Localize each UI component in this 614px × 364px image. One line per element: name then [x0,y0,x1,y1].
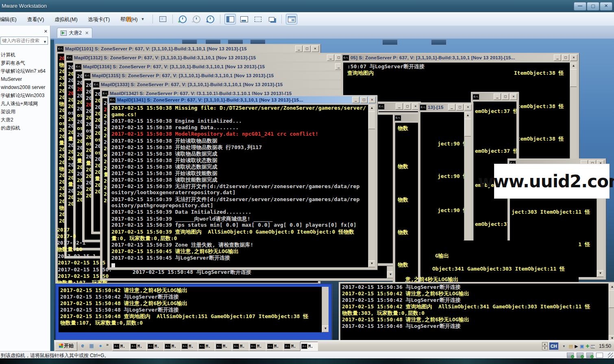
show-library-toggle[interactable] [224,14,236,24]
menu-item-3[interactable]: 选项卡(T) [83,15,115,24]
taskbar-button-7[interactable]: C:\M. [232,342,250,351]
sidebar-item-2[interactable]: 学破解论坛Win7 x64 [0,67,50,75]
search-input[interactable]: 键入内容进行搜索 ▼ [0,37,48,45]
minimize-icon[interactable]: _ [554,54,561,61]
maximize-icon[interactable]: □ [303,46,311,52]
console-titlebar[interactable]: C:\13]-[15_□✕ [419,104,472,111]
sidebar-item-9[interactable]: 的虚拟机 [0,124,50,132]
taskbar-button-1[interactable]: C:\M. [129,342,147,351]
console-titlebar[interactable]: C:\05] S: ZoneServer P: 637, V: [3,1,10,… [342,54,578,61]
maximize-icon[interactable]: □ [360,97,368,103]
scroll-up-icon[interactable]: ▲ [368,105,375,112]
console-titlebar[interactable]: C:\MapID[1315] S: ZoneServer P: 637, V: … [83,72,368,79]
minimize-icon[interactable]: _ [295,46,303,52]
console-view-button[interactable] [238,14,250,24]
close-icon[interactable]: ✕ [368,97,376,103]
console-titlebar[interactable]: C:\MapID[1341] S: ZoneServer P: 637, V: … [109,96,376,104]
sidebar-item-8[interactable]: 大唐2 [0,116,50,124]
scroll-thumb[interactable] [464,119,471,136]
snapshot-take-button[interactable]: + [177,14,188,24]
minimize-icon[interactable]: _ [396,103,403,110]
console-window-bottom-left[interactable]: 2017-02-15 15:50:42 请注意,之前4秒无LOG输出2017-0… [55,284,332,342]
sidebar-item-6[interactable]: 凡人诛仙+局域网 [0,100,50,108]
minimize-button[interactable]: — [574,2,586,11]
maximize-button[interactable]: ▢ [587,2,599,11]
ie-icon[interactable]: e [79,342,86,349]
scroll-down-icon[interactable]: ▼ [322,325,329,332]
snapshot-revert-button[interactable]: − [191,14,202,24]
unity-button[interactable] [266,14,277,24]
fullscreen-button[interactable] [252,14,263,24]
taskbar-button-9[interactable]: C:\M. [266,342,284,351]
maximize-icon[interactable]: □ [404,103,411,110]
taskbar-button-5[interactable]: C:\M. [198,342,216,351]
taskbar-button-8[interactable]: C:\M. [249,342,267,351]
taskbar-button-6[interactable]: C:\M. [215,342,233,351]
sound-status-icon[interactable] [586,353,593,358]
menu-item-2[interactable]: 虚拟机(M) [49,15,83,24]
taskbar-button-11[interactable]: C:\M. [300,342,318,351]
language-indicator[interactable]: CH [549,342,558,350]
vertical-scrollbar[interactable]: ▲▼ [368,105,375,267]
taskbar-chevron[interactable]: » [106,342,109,347]
taskbar-button-10[interactable]: C:\M. [283,342,301,351]
scroll-down-icon[interactable]: ▼ [597,270,603,277]
console-window-bottom-right[interactable]: 2017-02-15 15:50:36 与LogServer断开连接2017-0… [339,282,614,344]
sidebar-item-7[interactable]: 架设用 [0,108,50,116]
scroll-up-icon[interactable]: ▲ [609,284,614,290]
host-titlebar[interactable]: Mware Workstation — ▢ ✕ [0,0,614,12]
network-status-icon[interactable] [577,353,584,358]
close-icon[interactable]: ✕ [311,46,319,52]
close-icon[interactable]: ✕ [570,54,577,61]
summary-view-button[interactable] [286,14,297,24]
scroll-thumb[interactable] [609,290,614,308]
tray-spinner[interactable]: ▲▼ [542,342,548,350]
close-button[interactable]: ✕ [600,2,612,11]
messenger-icon[interactable]: ● [97,342,104,349]
resize-grip[interactable] [608,353,613,358]
close-icon[interactable]: ✕ [464,104,472,110]
taskbar-button-2[interactable]: C:\M. [146,342,164,351]
play-status-icon[interactable]: ▶ [575,344,578,349]
sidebar-item-4[interactable]: windows2008 server [0,83,50,91]
harddisk-status-icon[interactable] [567,353,574,358]
pause-dropdown[interactable]: ▼ [137,14,148,24]
scroll-down-icon[interactable]: ▼ [368,260,375,267]
message-log-icon[interactable] [596,353,603,358]
menu-item-0[interactable]: 编辑(E) [0,15,22,24]
show-desktop-icon[interactable]: ▦ [88,342,95,349]
scroll-thumb[interactable] [570,69,577,87]
minimize-icon[interactable]: _ [494,93,501,100]
close-icon[interactable]: ✕ [510,93,517,100]
sidebar-item-0[interactable]: 计算机 [0,51,50,59]
sidebar-close-icon[interactable]: ✕ [44,29,48,34]
maximize-icon[interactable]: □ [502,93,509,100]
pause-button[interactable] [123,14,135,24]
vertical-scrollbar[interactable]: ▼ [322,287,329,332]
console-titlebar[interactable]: C:\MapID[1312] S: ZoneServer P: 637, V: … [65,54,351,61]
console-titlebar[interactable]: C:\MapID[1333] S: ZoneServer P: 637, V: … [92,81,377,88]
console-titlebar[interactable]: C:\MapID[1101] S: ZoneServer P: 637, V: … [57,45,319,52]
sidebar-item-5[interactable]: 学破解论坛Win2003 [0,91,50,100]
scroll-thumb[interactable] [368,111,375,129]
maximize-icon[interactable]: □ [562,54,569,61]
minimize-icon[interactable]: _ [448,104,455,110]
vmware-tools-icon[interactable]: vm [591,345,595,349]
search-dropdown-icon[interactable]: ▼ [43,38,47,45]
sidebar-item-3[interactable]: MuServer [0,75,50,83]
tab-datang2[interactable]: 大唐2 ✕ [57,28,92,38]
update-tray-icon[interactable]: ✚ [586,344,589,349]
menu-item-1[interactable]: 查看(V) [22,15,50,24]
tray-expand-icon[interactable]: ▾ [561,343,567,349]
minimize-icon[interactable]: _ [327,54,334,61]
taskbar-button-3[interactable]: C:\M. [163,342,181,351]
console-titlebar[interactable]: C:\MapID[1316] S: ZoneServer P: 637, V: … [74,63,359,70]
network-tray-icon[interactable]: ▣ [580,344,584,349]
send-ctrl-alt-del-button[interactable] [157,14,168,24]
taskbar-button-4[interactable]: C:\M. [181,342,198,351]
console-titlebar[interactable]: C:\_□✕ [472,93,518,100]
console-window-mapid-1341[interactable]: C:\MapID[1341] S: ZoneServer P: 637, V: … [107,95,377,270]
hardware-icon[interactable]: ▤ [569,344,573,349]
maximize-icon[interactable]: □ [456,104,464,110]
taskbar-button-0[interactable]: C:\M. [112,342,130,351]
